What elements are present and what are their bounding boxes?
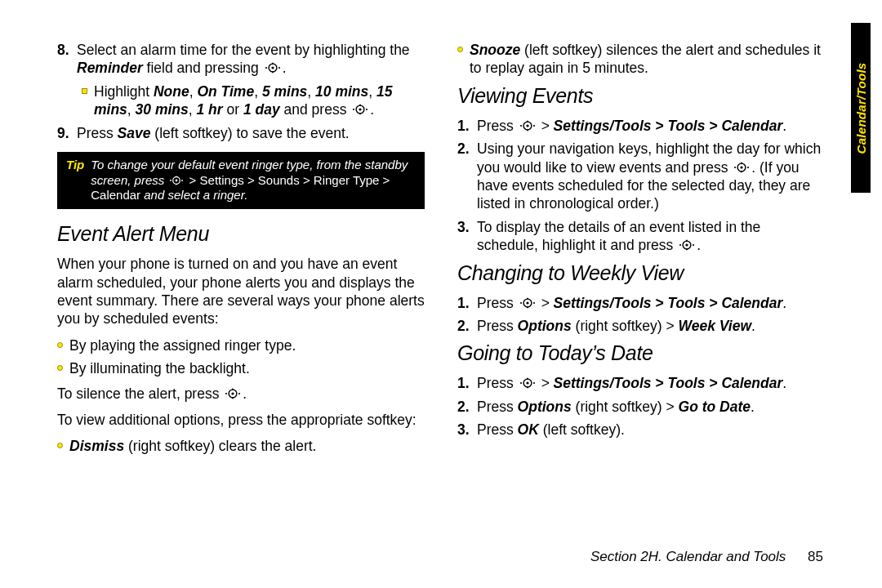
step-text: Press Save (left softkey) to save the ev… <box>77 124 350 142</box>
nav-key-icon <box>518 376 537 390</box>
two-column-layout: 8. Select an alarm time for the event by… <box>57 41 825 531</box>
step-number: 9. <box>57 124 72 142</box>
section-tab-label: Calendar/Tools <box>854 62 868 154</box>
nav-key-icon <box>677 238 697 252</box>
nav-key-icon <box>263 61 283 74</box>
step-3: 3. To display the details of an event li… <box>457 218 825 255</box>
round-bullet-icon <box>457 47 463 52</box>
step-2: 2. Press Options (right softkey) > Go to… <box>457 398 825 416</box>
step-8: 8. Select an alarm time for the event by… <box>57 41 425 78</box>
step-2: 2. Using your navigation keys, highlight… <box>457 140 825 213</box>
paragraph: To view additional options, press the ap… <box>57 411 425 429</box>
heading-todays-date: Going to Today’s Date <box>457 340 825 366</box>
round-bullet-icon <box>57 443 63 448</box>
step-number: 8. <box>57 41 72 59</box>
step-2: 2. Press Options (right softkey) > Week … <box>457 317 825 335</box>
bullet-item: By playing the assigned ringer type. <box>57 336 425 354</box>
paragraph: To silence the alert, press . <box>57 385 425 403</box>
bullet-item: Dismiss (right softkey) clears the alert… <box>57 437 425 455</box>
tip-label: Tip <box>58 153 91 208</box>
bullet-item: Snooze (left softkey) silences the alert… <box>457 41 825 78</box>
step-9: 9. Press Save (left softkey) to save the… <box>57 124 425 142</box>
square-bullet-icon <box>82 88 87 94</box>
right-column: Snooze (left softkey) silences the alert… <box>457 41 825 531</box>
page-number: 85 <box>808 549 823 564</box>
step-1: 1. Press > Settings/Tools > Tools > Cale… <box>457 117 825 135</box>
sub-bullet-text: Highlight None, On Time, 5 mins, 10 mins… <box>94 82 425 119</box>
heading-weekly-view: Changing to Weekly View <box>457 260 825 286</box>
nav-key-icon <box>732 161 751 174</box>
nav-key-icon <box>223 387 243 400</box>
round-bullet-icon <box>57 365 63 371</box>
round-bullet-icon <box>57 342 63 348</box>
step-text: Select an alarm time for the event by hi… <box>77 41 425 78</box>
nav-key-icon <box>518 119 537 132</box>
nav-key-icon <box>350 103 370 116</box>
bullet-item: By illuminating the backlight. <box>57 359 425 377</box>
tip-body: To change your default event ringer type… <box>91 153 424 208</box>
tip-box: Tip To change your default event ringer … <box>57 152 425 209</box>
page-footer: Section 2H. Calendar and Tools 85 <box>590 549 823 565</box>
paragraph: When your phone is turned on and you hav… <box>57 255 425 328</box>
heading-event-alert-menu: Event Alert Menu <box>57 220 425 247</box>
sub-bullet: Highlight None, On Time, 5 mins, 10 mins… <box>57 82 425 119</box>
footer-section: Section 2H. Calendar and Tools <box>590 549 786 564</box>
nav-key-icon <box>518 296 537 310</box>
step-1: 1. Press > Settings/Tools > Tools > Cale… <box>457 374 825 392</box>
step-3: 3. Press OK (left softkey). <box>457 421 825 439</box>
section-tab: Calendar/Tools <box>851 23 871 193</box>
nav-key-icon <box>167 175 185 186</box>
heading-viewing-events: Viewing Events <box>457 82 825 109</box>
left-column: 8. Select an alarm time for the event by… <box>57 41 425 531</box>
manual-page: Calendar/Tools 8. Select an alarm time f… <box>0 0 882 588</box>
step-1: 1. Press > Settings/Tools > Tools > Cale… <box>457 294 825 312</box>
